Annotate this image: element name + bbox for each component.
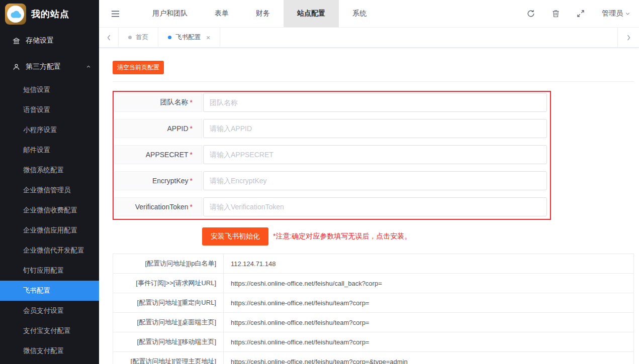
required-mark: *: [190, 177, 193, 185]
tab-feishu-config[interactable]: 飞书配置×: [158, 28, 220, 47]
nav-users-teams[interactable]: 用户和团队: [139, 0, 201, 27]
config-label: [配置访问地址][移动端主页]: [113, 332, 224, 352]
config-value: https://ceshi.online-office.net/feishu/t…: [224, 293, 634, 313]
app-root: 我的站点 存储设置第三方配置短信设置语音设置小程序设置邮件设置微信系统配置企业微…: [0, 0, 639, 364]
tabs-scroll-left-icon[interactable]: [99, 28, 119, 47]
config-row: [配置访问地址][重定向URL]https://ceshi.online-off…: [113, 293, 634, 313]
sidebar-item-member-payment-settings[interactable]: 会员支付设置: [0, 301, 99, 321]
form-row-encryptkey: EncryptKey*: [115, 171, 547, 190]
fullscreen-icon[interactable]: [577, 10, 585, 18]
sidebar-item-feishu-config[interactable]: 飞书配置: [0, 281, 99, 301]
field-label-verificationtoken: VerificationToken*: [115, 197, 202, 216]
encryptkey-input[interactable]: [203, 171, 547, 190]
config-label: [配置访问地址][ip白名单]: [113, 254, 224, 274]
nav-forms[interactable]: 表单: [201, 0, 242, 27]
tab-label: 首页: [136, 33, 148, 42]
config-value: https://ceshi.online-office.net/feishu/t…: [224, 313, 634, 332]
config-row: [配置访问地址][移动端主页]https://ceshi.online-offi…: [113, 332, 634, 352]
install-feishu-button[interactable]: 安装飞书初始化: [202, 227, 268, 246]
sidebar-item-wecom-dev-config[interactable]: 企业微信代开发配置: [0, 240, 99, 261]
sidebar: 我的站点 存储设置第三方配置短信设置语音设置小程序设置邮件设置微信系统配置企业微…: [0, 0, 99, 364]
nav-finance[interactable]: 财务: [242, 0, 284, 27]
main-area: 用户和团队表单财务站点配置系统 管理员: [99, 0, 639, 364]
config-info-table: [配置访问地址][ip白名单]112.124.71.148[事件订阅]>>[请求…: [113, 254, 634, 364]
sidebar-item-alipay-payment-config[interactable]: 支付宝支付配置: [0, 321, 99, 341]
team-name-input[interactable]: [203, 93, 547, 112]
bank-icon: [13, 37, 20, 45]
tabs-scroll-right-icon[interactable]: [617, 28, 639, 47]
required-mark: *: [190, 125, 193, 133]
config-row: [配置访问地址][ip白名单]112.124.71.148: [113, 254, 634, 274]
field-label-appsecret: APPSECRET*: [115, 145, 202, 164]
sidebar-item-voice-settings[interactable]: 语音设置: [0, 100, 99, 120]
sidebar-item-sms-settings[interactable]: 短信设置: [0, 80, 99, 100]
cloud-icon: [5, 4, 26, 25]
site-title: 我的站点: [31, 8, 69, 20]
open-tabs: 首页飞书配置×: [119, 28, 220, 47]
form-row-verificationtoken: VerificationToken*: [115, 197, 547, 216]
user-name: 管理员: [602, 9, 623, 18]
sidebar-item-email-settings[interactable]: 邮件设置: [0, 140, 99, 160]
third-party-icon: [13, 63, 20, 71]
required-mark: *: [190, 203, 193, 211]
sidebar-item-wecom-admin[interactable]: 企业微信管理员: [0, 180, 99, 200]
config-value: https://ceshi.online-office.net/feishu/c…: [224, 274, 634, 293]
tab-dot: [168, 36, 171, 39]
verificationtoken-input[interactable]: [203, 197, 547, 216]
nav-system[interactable]: 系统: [339, 0, 380, 27]
sidebar-item-wecom-app-config[interactable]: 企业微信应用配置: [0, 220, 99, 240]
clear-page-config-button[interactable]: 清空当前页配置: [113, 61, 164, 74]
config-label: [配置访问地址][管理主页地址]: [113, 352, 224, 364]
nav-site-config[interactable]: 站点配置: [284, 0, 339, 27]
tab-dot: [128, 36, 132, 39]
sidebar-section-storage-settings[interactable]: 存储设置: [0, 28, 99, 54]
field-label-appid: APPID*: [115, 119, 202, 138]
top-header: 用户和团队表单财务站点配置系统 管理员: [99, 0, 639, 28]
field-label-encryptkey: EncryptKey*: [115, 171, 202, 190]
required-mark: *: [190, 151, 193, 159]
header-actions: 管理员: [527, 9, 630, 18]
install-note: *注意:确定对应参数填写无误后，点击安装。: [273, 232, 411, 241]
sidebar-item-wecom-billing-config[interactable]: 企业微信收费配置: [0, 200, 99, 220]
logo[interactable]: 我的站点: [0, 0, 99, 28]
config-label: [事件订阅]>>[请求网址URL]: [113, 274, 224, 293]
config-label: [配置访问地址][重定向URL]: [113, 293, 224, 313]
config-value: 112.124.71.148: [224, 254, 634, 274]
config-label: [配置访问地址][桌面端主页]: [113, 313, 224, 332]
appid-input[interactable]: [203, 119, 547, 138]
config-value: https://ceshi.online-office.net/feishu/t…: [224, 352, 634, 364]
sidebar-item-dingtalk-app-config[interactable]: 钉钉应用配置: [0, 261, 99, 281]
config-row: [配置访问地址][桌面端主页]https://ceshi.online-offi…: [113, 313, 634, 332]
feishu-config-form: 团队名称*APPID*APPSECRET*EncryptKey*Verifica…: [113, 91, 551, 220]
sidebar-section-third-party-config[interactable]: 第三方配置: [0, 54, 99, 80]
divider: [113, 81, 634, 82]
required-mark: *: [190, 98, 193, 106]
chevron-down-icon: [625, 12, 630, 16]
sidebar-menu: 存储设置第三方配置短信设置语音设置小程序设置邮件设置微信系统配置企业微信管理员企…: [0, 28, 99, 364]
form-row-team-name: 团队名称*: [115, 93, 547, 112]
sidebar-section-label: 存储设置: [26, 36, 54, 45]
install-row: 安装飞书初始化 *注意:确定对应参数填写无误后，点击安装。: [113, 227, 634, 246]
sidebar-item-miniprogram-settings[interactable]: 小程序设置: [0, 120, 99, 140]
user-menu[interactable]: 管理员: [602, 9, 630, 18]
tab-bar: 首页飞书配置×: [99, 28, 639, 48]
collapse-sidebar-icon[interactable]: [111, 10, 120, 18]
config-row: [事件订阅]>>[请求网址URL]https://ceshi.online-of…: [113, 274, 634, 293]
top-nav: 用户和团队表单财务站点配置系统: [139, 0, 380, 27]
refresh-icon[interactable]: [527, 10, 535, 18]
chevron-up-icon: [86, 64, 91, 69]
trash-icon[interactable]: [552, 10, 560, 18]
sidebar-item-wechat-payment-config[interactable]: 微信支付配置: [0, 341, 99, 361]
form-row-appid: APPID*: [115, 119, 547, 138]
tab-home[interactable]: 首页: [119, 28, 158, 47]
logo-circle: [7, 6, 24, 23]
page-content: 清空当前页配置 团队名称*APPID*APPSECRET*EncryptKey*…: [99, 48, 639, 364]
close-tab-icon[interactable]: ×: [206, 34, 210, 41]
sidebar-section-label: 第三方配置: [26, 62, 61, 71]
field-label-team-name: 团队名称*: [115, 93, 202, 112]
config-row: [配置访问地址][管理主页地址]https://ceshi.online-off…: [113, 352, 634, 364]
config-value: https://ceshi.online-office.net/feishu/t…: [224, 332, 634, 352]
sidebar-item-wechat-system-config[interactable]: 微信系统配置: [0, 160, 99, 180]
form-row-appsecret: APPSECRET*: [115, 145, 547, 164]
appsecret-input[interactable]: [203, 145, 547, 164]
